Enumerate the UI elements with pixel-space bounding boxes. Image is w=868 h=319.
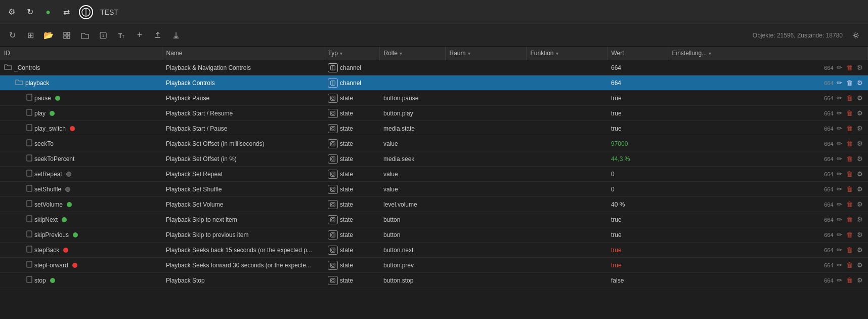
svg-point-29 <box>331 157 334 160</box>
id-label: setRepeat <box>34 171 62 178</box>
folder-icon <box>15 78 23 87</box>
settings-icon[interactable]: ⚙ <box>856 154 864 164</box>
col-header-raum[interactable]: Raum▾ <box>445 47 526 60</box>
col-header-typ[interactable]: Typ▾ <box>324 47 379 60</box>
edit-icon[interactable]: ✏ <box>836 169 843 179</box>
settings-icon[interactable]: ⚙ <box>856 78 864 88</box>
edit-icon[interactable]: ✏ <box>836 230 843 240</box>
settings-icon[interactable]: ⚙ <box>6 7 17 18</box>
table-row[interactable]: play Playback Start / Resume state butto… <box>0 106 868 121</box>
settings-icon[interactable]: ⚙ <box>856 139 864 148</box>
delete-icon[interactable]: 🗑 <box>845 275 854 285</box>
badge-1-button[interactable]: 1 <box>96 28 110 43</box>
table-row[interactable]: seekTo Playback Set Offset (in milliseco… <box>0 136 868 151</box>
delete-icon[interactable]: 🗑 <box>845 108 854 118</box>
cell-typ: state <box>324 106 379 121</box>
table-row[interactable]: seekToPercent Playback Set Offset (in %)… <box>0 151 868 167</box>
table-row[interactable]: setRepeat Playback Set Repeat state valu… <box>0 167 868 182</box>
typ-label: state <box>340 186 353 193</box>
upload-button[interactable] <box>151 28 165 43</box>
action-id-label: 664 <box>824 80 833 86</box>
table-row[interactable]: stop Playback Stop state button.stop fal… <box>0 273 868 288</box>
table-row[interactable]: setShuffle Playback Set Shuffle state va… <box>0 182 868 197</box>
edit-icon[interactable]: ✏ <box>836 245 843 255</box>
font-button[interactable]: TT <box>114 28 128 43</box>
add-button[interactable]: + <box>133 28 147 43</box>
table-row[interactable]: skipNext Playback Skip to next item stat… <box>0 212 868 227</box>
refresh-button[interactable]: ↻ <box>5 28 19 43</box>
cell-id: seekTo <box>0 136 162 151</box>
settings-icon[interactable]: ⚙ <box>856 245 864 255</box>
cell-name: Playback Skip to next item <box>162 212 324 227</box>
col-header-name[interactable]: Name <box>162 47 324 60</box>
col-header-wert[interactable]: Wert <box>607 47 668 60</box>
table-row[interactable]: pause Playback Pause state button.pause … <box>0 91 868 106</box>
user-icon[interactable]: ● <box>42 7 54 18</box>
delete-icon[interactable]: 🗑 <box>845 200 854 209</box>
col-header-id[interactable]: ID <box>0 47 162 60</box>
settings-icon[interactable]: ⚙ <box>856 200 864 209</box>
download-button[interactable] <box>169 28 183 43</box>
network-icon[interactable]: ⇄ <box>61 7 72 18</box>
edit-icon[interactable]: ✏ <box>836 215 843 224</box>
settings-icon[interactable]: ⚙ <box>856 215 864 224</box>
delete-icon[interactable]: 🗑 <box>845 184 854 194</box>
delete-icon[interactable]: 🗑 <box>845 215 854 224</box>
settings-icon[interactable]: ⚙ <box>856 124 864 133</box>
table-row[interactable]: _Controls Playback & Navigation Controls… <box>0 60 868 75</box>
cell-id: skipNext <box>0 212 162 227</box>
delete-icon[interactable]: 🗑 <box>845 230 854 240</box>
status-dot <box>70 126 75 131</box>
delete-icon[interactable]: 🗑 <box>845 245 854 255</box>
settings-icon[interactable]: ⚙ <box>856 260 864 270</box>
typ-badge <box>328 276 338 285</box>
view-columns-button[interactable]: ⊞ <box>23 28 37 43</box>
edit-icon[interactable]: ✏ <box>836 275 843 285</box>
delete-icon[interactable]: 🗑 <box>845 260 854 270</box>
cell-rolle <box>379 75 445 91</box>
svg-rect-2 <box>64 32 66 35</box>
col-header-rolle[interactable]: Rolle▾ <box>379 47 445 60</box>
typ-label: channel <box>340 79 361 87</box>
delete-icon[interactable]: 🗑 <box>845 154 854 164</box>
refresh-icon[interactable]: ↻ <box>24 7 35 18</box>
settings-icon[interactable]: ⚙ <box>856 230 864 240</box>
delete-icon[interactable]: 🗑 <box>845 93 854 103</box>
settings-icon[interactable]: ⚙ <box>856 93 864 103</box>
edit-icon[interactable]: ✏ <box>836 93 843 103</box>
edit-icon[interactable]: ✏ <box>836 184 843 194</box>
table-row[interactable]: skipPrevious Playback Skip to previous i… <box>0 227 868 243</box>
table-row[interactable]: playback Playback Controls channel 664 6… <box>0 75 868 91</box>
table-row[interactable]: setVolume Playback Set Volume state leve… <box>0 197 868 212</box>
edit-icon[interactable]: ✏ <box>836 260 843 270</box>
settings-icon[interactable]: ⚙ <box>856 184 864 194</box>
cell-wert: true <box>607 106 668 121</box>
settings-icon[interactable]: ⚙ <box>856 169 864 179</box>
delete-icon[interactable]: 🗑 <box>845 139 854 148</box>
add-folder-button[interactable] <box>78 28 92 43</box>
edit-icon[interactable]: ✏ <box>836 154 843 164</box>
settings-icon[interactable]: ⚙ <box>856 275 864 285</box>
settings-gear-button[interactable] <box>849 28 863 43</box>
delete-icon[interactable]: 🗑 <box>845 124 854 133</box>
settings-icon[interactable]: ⚙ <box>856 108 864 118</box>
edit-icon[interactable]: ✏ <box>836 63 843 72</box>
cell-actions: 664 ✏ 🗑 ⚙ <box>668 91 868 106</box>
delete-icon[interactable]: 🗑 <box>845 169 854 179</box>
table-row[interactable]: stepBack Playback Seeks back 15 seconds … <box>0 243 868 258</box>
edit-icon[interactable]: ✏ <box>836 139 843 148</box>
open-folder-button[interactable]: 📂 <box>41 28 56 43</box>
col-header-funktion[interactable]: Funktion▾ <box>526 47 607 60</box>
delete-icon[interactable]: 🗑 <box>845 78 854 88</box>
edit-icon[interactable]: ✏ <box>836 78 843 88</box>
settings-icon[interactable]: ⚙ <box>856 63 864 72</box>
edit-icon[interactable]: ✏ <box>836 200 843 209</box>
table-row[interactable]: play_switch Playback Start / Pause state… <box>0 121 868 136</box>
table-row[interactable]: stepForward Playback Seeks forward 30 se… <box>0 258 868 273</box>
edit-icon[interactable]: ✏ <box>836 124 843 133</box>
typ-label: state <box>340 125 353 132</box>
edit-icon[interactable]: ✏ <box>836 108 843 118</box>
delete-icon[interactable]: 🗑 <box>845 63 854 72</box>
col-header-einst[interactable]: Einstellung...▾ <box>668 47 868 60</box>
expand-button[interactable] <box>60 28 74 43</box>
